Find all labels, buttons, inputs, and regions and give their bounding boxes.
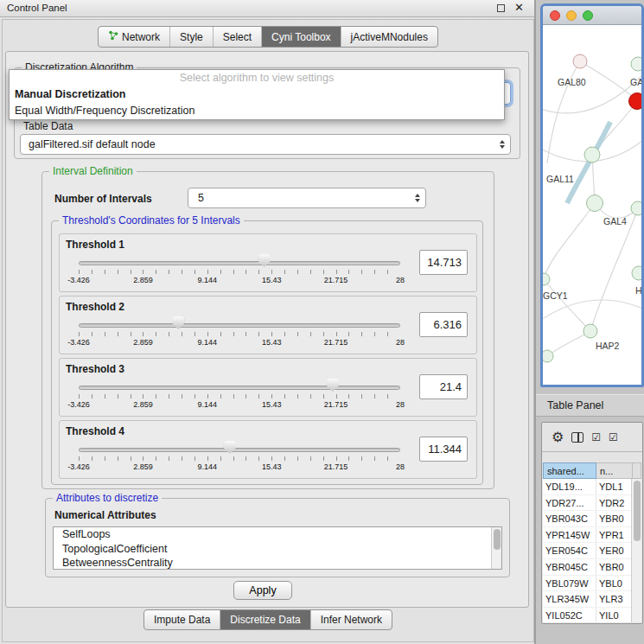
slider-ticks: [79, 456, 400, 461]
table-row[interactable]: YDL19...YDL1: [543, 479, 633, 495]
minimize-traffic-light-icon[interactable]: [566, 10, 577, 21]
network-node[interactable]: [543, 350, 553, 362]
cell-name: YBR0: [596, 559, 631, 575]
node-label: GAL11: [546, 174, 574, 184]
tab-select[interactable]: Select: [213, 27, 261, 47]
close-traffic-light-icon[interactable]: [550, 10, 560, 21]
number-of-intervals-label: Number of Intervals: [54, 193, 152, 205]
network-window-titlebar[interactable]: [543, 6, 641, 25]
dropdown-option-equal-width-frequency[interactable]: Equal Width/Frequency Discretization: [10, 103, 504, 119]
cell-shared-name: YPR145W: [543, 527, 596, 543]
dropdown-placeholder-item[interactable]: Select algorithm to view settings: [10, 70, 504, 86]
column-header-shared-name[interactable]: shared...: [543, 462, 596, 479]
network-node[interactable]: [543, 273, 550, 285]
network-node[interactable]: [587, 195, 603, 212]
table-data-combobox[interactable]: galFiltered.sif default node: [20, 134, 511, 155]
table-panel-title: Table Panel: [547, 399, 603, 411]
slider-track[interactable]: [79, 386, 400, 390]
table-row[interactable]: YER054CYER0: [543, 543, 633, 559]
tick-label: 15.43: [262, 276, 282, 284]
tick-label: 15.43: [262, 400, 282, 409]
threshold-block-1: Threshold 1-3.4262.8599.14415.4321.71528…: [59, 233, 477, 292]
tab-label: jActiveMNodules: [351, 31, 428, 43]
slider-track[interactable]: [79, 448, 400, 452]
column-header-name[interactable]: n...: [596, 462, 633, 479]
threshold-value-field[interactable]: 6.316: [419, 312, 468, 337]
node-label: HAP2: [596, 341, 620, 351]
tab-style[interactable]: Style: [169, 27, 213, 47]
tab-impute-data[interactable]: Impute Data: [144, 610, 220, 629]
network-canvas[interactable]: GAL80 GA GAL11 GAL4 GCY1 H HAP2: [543, 25, 641, 385]
gear-icon[interactable]: ⚙: [552, 429, 564, 445]
scrollbar-thumb[interactable]: [494, 529, 501, 550]
table-row[interactable]: YBR045CYBR0: [543, 559, 633, 576]
panel-title: Control Panel: [7, 3, 67, 13]
cell-shared-name: YDL19...: [543, 479, 596, 494]
slider-track[interactable]: [79, 323, 400, 328]
dropdown-option-manual-discretization[interactable]: Manual Discretization: [10, 86, 504, 103]
tick-label: -3.426: [67, 276, 90, 284]
network-node[interactable]: [632, 266, 641, 280]
table-row[interactable]: YBL079WYBL0: [543, 576, 633, 592]
threshold-slider[interactable]: -3.4262.8599.14415.4321.71528: [79, 359, 400, 416]
attribute-list-item[interactable]: TopologicalCoefficient: [54, 542, 501, 557]
cell-name: YBL0: [596, 576, 631, 591]
tick-label: 9.144: [198, 338, 218, 347]
tab-cyni-toolbox[interactable]: Cyni Toolbox: [261, 27, 340, 47]
tick-label: -3.426: [67, 462, 90, 471]
network-node[interactable]: [573, 54, 587, 68]
columns-icon[interactable]: [571, 432, 583, 443]
attribute-list-item[interactable]: SelfLoops: [54, 527, 501, 542]
table-row[interactable]: YPR145WYPR1: [543, 527, 633, 544]
number-of-intervals-combobox[interactable]: 5: [188, 188, 426, 208]
threshold-slider[interactable]: -3.4262.8599.14415.4321.71528: [79, 296, 400, 354]
tick-label: 28: [396, 400, 405, 409]
tab-network[interactable]: Network: [99, 27, 169, 47]
threshold-slider[interactable]: -3.4262.8599.14415.4321.71528: [79, 421, 400, 478]
threshold-value-field[interactable]: 14.713: [419, 250, 468, 275]
table-row[interactable]: YLR345WYLR3: [543, 591, 633, 608]
table-row[interactable]: YIL052CYIL0: [543, 608, 633, 622]
tab-label: Impute Data: [154, 614, 210, 626]
threshold-slider[interactable]: -3.4262.8599.14415.4321.71528: [79, 234, 400, 291]
cell-shared-name: YIL052C: [543, 608, 596, 622]
table-scrollbar[interactable]: [631, 479, 641, 622]
slider-track[interactable]: [79, 261, 400, 265]
tick-label: 28: [396, 462, 405, 471]
node-label: H: [635, 285, 641, 296]
network-view-window: GAL80 GA GAL11 GAL4 GCY1 H HAP2: [540, 3, 644, 387]
table-row[interactable]: YBR043CYBR0: [543, 511, 633, 527]
network-node[interactable]: [584, 147, 600, 163]
tab-discretize-data[interactable]: Discretize Data: [220, 610, 309, 629]
network-node[interactable]: [631, 57, 641, 71]
numerical-attributes-label: Numerical Attributes: [54, 509, 156, 521]
tab-jactivemnodules[interactable]: jActiveMNodules: [341, 27, 437, 47]
scrollbar-thumb[interactable]: [634, 481, 641, 541]
network-node[interactable]: [631, 201, 641, 215]
numerical-attributes-list[interactable]: SelfLoopsTopologicalCoefficientBetweenne…: [53, 526, 502, 570]
float-window-icon[interactable]: [497, 4, 505, 12]
cell-name: YER0: [596, 543, 631, 558]
tick-label: 9.144: [198, 400, 218, 409]
table-row[interactable]: YDR27...YDR2: [543, 495, 633, 512]
zoom-traffic-light-icon[interactable]: [583, 10, 593, 21]
select-all-checkbox-icon[interactable]: ☑: [591, 431, 601, 443]
tick-label: 21.715: [324, 462, 348, 471]
highlighted-edge[interactable]: [567, 122, 610, 203]
close-icon[interactable]: ✕: [514, 1, 524, 14]
table-panel-header: Table Panel: [536, 394, 644, 417]
threshold-value-field[interactable]: 11.344: [419, 437, 468, 462]
control-panel-titlebar: Control Panel ✕: [0, 0, 534, 17]
selected-node[interactable]: [629, 93, 642, 110]
slider-ticks: [79, 394, 400, 399]
tab-label: Network: [122, 31, 160, 43]
slider-ticks: [79, 332, 400, 336]
tab-infer-network[interactable]: Infer Network: [310, 610, 392, 629]
attributes-scrollbar[interactable]: [491, 527, 501, 569]
tick-label: 15.43: [262, 462, 282, 471]
attribute-list-item[interactable]: BetweennessCentrality: [54, 556, 501, 570]
network-node[interactable]: [583, 324, 597, 338]
threshold-value-field[interactable]: 21.4: [419, 374, 468, 399]
apply-button[interactable]: Apply: [233, 581, 292, 600]
select-columns-checkbox-icon[interactable]: ☑: [609, 431, 618, 443]
